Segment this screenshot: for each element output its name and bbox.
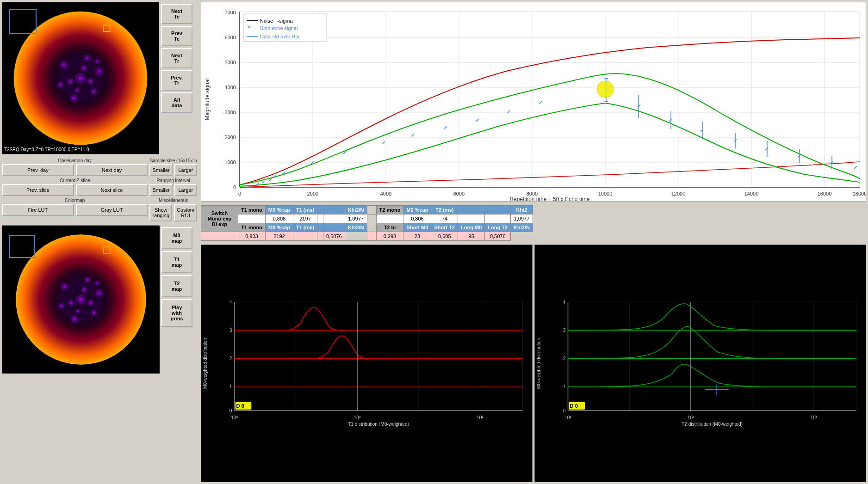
t2-short-t2-header: Short T2 [431, 223, 458, 232]
nav-buttons: NextTe PrevTe NextTr Prev.Tr Alldata [161, 2, 192, 154]
svg-text:Spin-echo signal: Spin-echo signal [260, 25, 298, 31]
svg-text:7000: 7000 [225, 10, 236, 15]
svg-text:4000: 4000 [225, 85, 236, 90]
t1-distribution-chart: 0 1 2 3 4 10² 10³ 10⁴ M0-weighted distri… [201, 245, 533, 482]
t2-empty-val2 [485, 214, 511, 223]
t2-long-m0-header: Long M0 [458, 223, 485, 232]
next-tr-button[interactable]: NextTr [161, 48, 192, 68]
t1-chart-svg: 0 1 2 3 4 10² 10³ 10⁴ M0-weighted distri… [201, 245, 532, 482]
ranging-smaller-button[interactable]: Smaller [149, 184, 172, 196]
svg-point-95 [597, 81, 614, 98]
prev-day-button[interactable]: Prev. day [2, 164, 74, 176]
current-z-slice-label: Current Z-slice [2, 178, 148, 183]
svg-text:6000: 6000 [225, 35, 236, 40]
t2-mono-header: T2 mono [376, 206, 403, 214]
top-mri-image: T2SEQ Day=0 Z=0 TR=10000.0 TE=11.0 [2, 2, 159, 154]
svg-text:3: 3 [563, 328, 566, 333]
svg-text:Repetition time + 50 x Echo ti: Repetition time + 50 x Echo time [509, 196, 589, 201]
t2-m0cap-header: M0 %cap [403, 206, 431, 214]
prev-te-button[interactable]: PrevTe [161, 26, 192, 46]
roi-box [9, 9, 37, 34]
fire-lut-button[interactable]: Fire LUT [2, 204, 74, 216]
m0-map-button[interactable]: M0map [161, 227, 192, 249]
main-chart-container: 0 1000 2000 3000 4000 5000 6000 7000 0 2… [201, 2, 866, 202]
svg-text:4: 4 [229, 300, 232, 305]
svg-text:T1 distribution (M0-weighted): T1 distribution (M0-weighted) [348, 422, 409, 427]
custom-roi-button[interactable]: CustomROI [174, 204, 197, 221]
t1-row2-empty [201, 232, 238, 241]
svg-text:10¹: 10¹ [564, 415, 571, 420]
svg-text:10³: 10³ [810, 415, 817, 420]
play-with-prms-button[interactable]: Playwithprms [161, 299, 192, 327]
t1-m0cap-val1: 0,806 [265, 214, 293, 223]
t1-khi-header: Khi2/N [345, 206, 367, 214]
spacer4 [345, 232, 367, 241]
spacer3 [367, 223, 376, 232]
next-slice-button[interactable]: Next slice [76, 184, 148, 196]
t1-ms-header2: T1 (ms) [293, 223, 317, 232]
svg-rect-103 [201, 297, 532, 429]
svg-text:Magnitude signal: Magnitude signal [204, 79, 211, 121]
t2-short-t2-val: 23 [403, 232, 431, 241]
t2-chart-svg: 0 1 2 3 4 10¹ 10² 10³ M0-weighted distri… [535, 245, 866, 482]
svg-text:3000: 3000 [225, 110, 236, 115]
t1-m0cap-val2: 0,903 [238, 232, 266, 241]
t1-ms-val2: 2192 [265, 232, 293, 241]
svg-text:D 0: D 0 [236, 403, 244, 409]
miscellaneous-group: Miscellaneous Showranging CustomROI [149, 198, 197, 221]
bottom-image-section: M0map T1map T2map Playwithprms [2, 225, 197, 482]
svg-text:0: 0 [238, 191, 241, 196]
svg-text:Noise +-sigma: Noise +-sigma [260, 18, 293, 24]
miscellaneous-buttons: Showranging CustomROI [149, 204, 197, 221]
t1-empty-val3 [293, 232, 317, 241]
t1-map-button[interactable]: T1map [161, 251, 192, 273]
sample-size-group: Sample size (15x15x1) Smaller Larger [149, 158, 197, 176]
map-buttons: M0map T1map T2map Playwithprms [161, 225, 192, 482]
next-day-button[interactable]: Next day [76, 164, 148, 176]
sample-size-label: Sample size (15x15x1) [149, 158, 197, 163]
svg-text:10⁴: 10⁴ [477, 415, 484, 420]
sample-larger-button[interactable]: Larger [174, 164, 197, 176]
svg-text:6000: 6000 [453, 191, 465, 196]
table-section: SwitchMono expBi exp T1 mono M0 %cap T1 … [201, 203, 866, 243]
t1-empty-val2 [323, 214, 345, 223]
t1-empty2 [323, 206, 345, 214]
ranging-interval-buttons: Smaller Larger [149, 184, 197, 196]
svg-text:4000: 4000 [380, 191, 391, 196]
switch-label: SwitchMono expBi exp [201, 206, 238, 232]
all-data-button[interactable]: Alldata [161, 92, 192, 113]
sample-size-buttons: Smaller Larger [149, 164, 197, 176]
right-panel: 0 1000 2000 3000 4000 5000 6000 7000 0 2… [199, 0, 868, 484]
t2-bi-empty [367, 232, 376, 241]
t2-empty-val1 [458, 214, 485, 223]
t1-ms-header: T1 (ms) [293, 206, 317, 214]
show-ranging-button[interactable]: Showranging [149, 204, 172, 221]
svg-text:2: 2 [563, 356, 566, 361]
svg-text:Data std over Roi: Data std over Roi [260, 34, 299, 39]
top-image-section: T2SEQ Day=0 Z=0 TR=10000.0 TE=11.0 NextT… [2, 2, 197, 154]
t2-map-button[interactable]: T2map [161, 275, 192, 297]
next-te-button[interactable]: NextTe [161, 4, 192, 24]
ranging-larger-button[interactable]: Larger [174, 184, 197, 196]
sample-smaller-button[interactable]: Smaller [149, 164, 172, 176]
bottom-mri-image [2, 225, 159, 373]
svg-text:14000: 14000 [744, 191, 759, 196]
colormap-buttons: Fire LUT Gray LUT [2, 204, 148, 216]
t1-mono-header2: T1 mono [238, 223, 266, 232]
mri-label: T2SEQ Day=0 Z=0 TR=10000.0 TE=11.0 [4, 147, 89, 152]
roi-small-box [103, 25, 111, 32]
t2-bi-header: T2 bi [376, 223, 403, 232]
ranging-interval-label: Ranging interval [149, 178, 197, 183]
svg-text:2000: 2000 [307, 191, 318, 196]
svg-text:0: 0 [563, 408, 566, 413]
svg-text:16000: 16000 [818, 191, 832, 196]
controls-left: Observation day Prev. day Next day Curre… [2, 158, 148, 221]
svg-text:12000: 12000 [671, 191, 686, 196]
gray-lut-button[interactable]: Gray LUT [76, 204, 148, 216]
z-slice-buttons: Prev. slice Next slice [2, 184, 148, 196]
svg-text:0: 0 [233, 184, 236, 190]
prev-tr-button[interactable]: Prev.Tr [161, 70, 192, 91]
t1-m0cap-header: M0 %cap [265, 206, 293, 214]
prev-slice-button[interactable]: Prev. slice [2, 184, 74, 196]
bottom-roi-small [103, 246, 111, 254]
